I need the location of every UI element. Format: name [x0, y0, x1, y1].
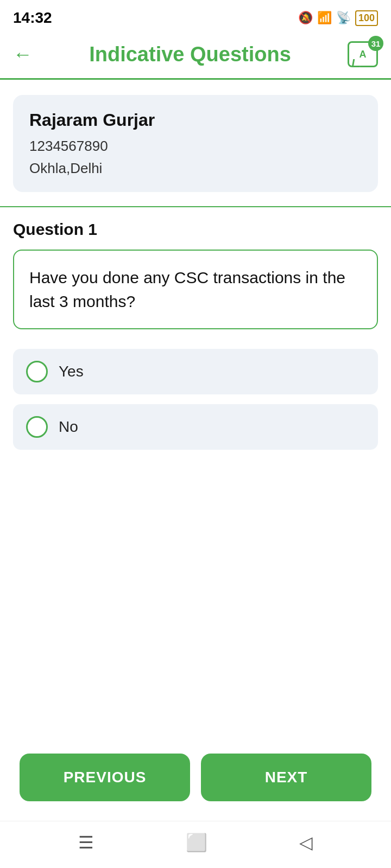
quiz-badge-icon: A 31	[348, 41, 378, 67]
page-title: Indicative Questions	[33, 43, 348, 66]
previous-button[interactable]: PREVIOUS	[20, 754, 190, 801]
user-card: Rajaram Gurjar 1234567890 Okhla,Delhi	[13, 95, 378, 192]
wifi-icon: 📶	[317, 11, 332, 25]
radio-no[interactable]	[26, 416, 48, 438]
battery-icon: 100	[355, 10, 378, 26]
back-nav-icon[interactable]: ◁	[299, 832, 313, 853]
question-label: Question 1	[13, 220, 378, 239]
bottom-buttons: PREVIOUS NEXT	[0, 743, 391, 821]
next-button[interactable]: NEXT	[201, 754, 371, 801]
signal-icon: 📡	[336, 11, 351, 25]
silent-icon: 🔕	[298, 11, 313, 25]
radio-yes[interactable]	[26, 361, 48, 382]
question-box: Have you done any CSC transactions in th…	[13, 250, 378, 329]
nav-bar: ☰ ⬜ ◁	[0, 821, 391, 868]
section-divider	[0, 206, 391, 207]
question-section: Question 1 Have you done any CSC transac…	[0, 220, 391, 459]
user-phone: 1234567890	[29, 138, 362, 155]
spacer	[0, 459, 391, 743]
status-time: 14:32	[13, 9, 52, 27]
back-button[interactable]: ←	[13, 44, 33, 64]
question-text: Have you done any CSC transactions in th…	[29, 269, 345, 310]
home-icon[interactable]: ⬜	[186, 832, 207, 853]
status-bar: 14:32 🔕 📶 📡 100	[0, 0, 391, 33]
option-no[interactable]: No	[13, 404, 378, 450]
app-header: ← Indicative Questions A 31	[0, 33, 391, 78]
header-divider	[0, 78, 391, 80]
option-yes[interactable]: Yes	[13, 349, 378, 394]
badge-letter: A	[360, 49, 367, 60]
status-icons: 🔕 📶 📡 100	[298, 10, 378, 26]
option-no-label: No	[59, 418, 78, 436]
user-location: Okhla,Delhi	[29, 160, 362, 177]
option-yes-label: Yes	[59, 363, 84, 380]
user-name: Rajaram Gurjar	[29, 110, 362, 130]
menu-icon[interactable]: ☰	[78, 832, 94, 853]
badge-count: 31	[368, 36, 383, 51]
